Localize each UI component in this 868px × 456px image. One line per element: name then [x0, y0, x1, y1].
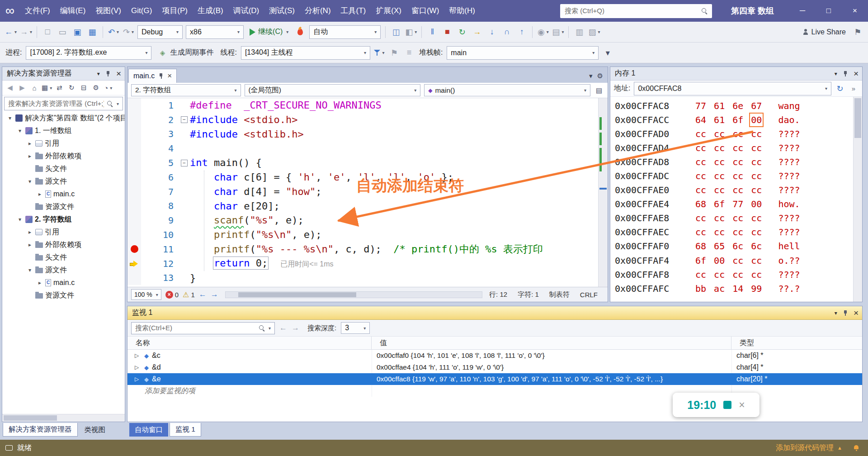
tree-expander-icon[interactable]: ▾ — [7, 115, 13, 121]
menu-item-7[interactable]: 测试(S) — [264, 0, 300, 22]
split-window-icon[interactable]: ▤ — [594, 85, 604, 96]
memory-row[interactable]: 0x00CFFAD4cccccccc???? — [610, 141, 862, 155]
fold-collapse-icon[interactable]: − — [181, 116, 188, 123]
search-depth-combobox[interactable]: 3▾ — [341, 322, 370, 334]
memory-address-combobox[interactable]: 0x00CFFAC8▾ — [634, 82, 831, 95]
home-icon[interactable]: ⌂ — [29, 82, 39, 94]
close-icon[interactable]: × — [854, 69, 859, 78]
scrollbar-thumb[interactable] — [4, 415, 57, 421]
menu-item-11[interactable]: 窗口(W) — [406, 0, 444, 22]
tree-expander-icon[interactable]: ▸ — [27, 140, 33, 147]
sync-active-document-icon[interactable]: ⇄ — [54, 82, 64, 94]
flag-threads-icon[interactable]: ⚑ — [388, 46, 400, 60]
window-layout-icon[interactable]: ◧▾ — [405, 25, 417, 39]
step-over-icon[interactable]: ∩ — [501, 25, 513, 39]
breakpoint-margin[interactable] — [127, 271, 141, 285]
nav-forward-icon[interactable]: →▾ — [20, 25, 32, 39]
more-tools-icon[interactable]: ▨▾ — [588, 25, 600, 39]
breakpoint-margin[interactable] — [127, 213, 141, 228]
search-prev-icon[interactable]: ← — [279, 323, 287, 332]
memory-row[interactable]: 0x00CFFAD0cccccccc???? — [610, 127, 862, 141]
live-share-button[interactable]: Live Share — [800, 25, 849, 39]
pin-icon[interactable] — [843, 71, 848, 77]
gear-icon[interactable]: ⚙ — [597, 72, 603, 80]
tree-item-cfile[interactable]: ▸main.c — [2, 276, 125, 289]
watch-column-header[interactable]: 值 — [372, 337, 731, 349]
close-button[interactable]: × — [842, 0, 868, 22]
lifecycle-events-button[interactable]: ◈生成周期事件 — [155, 46, 216, 60]
breakpoint-margin[interactable] — [127, 156, 141, 170]
tree-item-folder[interactable]: ▸外部依赖项 — [2, 238, 125, 251]
fold-collapse-icon[interactable]: − — [181, 160, 188, 166]
debug-target-combobox[interactable]: 自动▾ — [309, 25, 381, 39]
code-line-11[interactable]: 11 printf("%s --- %s\n", c, d); /* print… — [127, 242, 608, 256]
horizontal-scrollbar[interactable] — [2, 414, 125, 422]
menu-item-4[interactable]: 项目(P) — [157, 0, 193, 22]
undo-icon[interactable]: ↶▾ — [108, 25, 119, 39]
tree-item-folder[interactable]: ▾源文件 — [2, 264, 125, 276]
pin-icon[interactable] — [843, 310, 848, 316]
watch-expander-icon[interactable]: ▷ — [135, 352, 141, 359]
watch-search-box[interactable]: 搜索(Ctrl+E) ▾ — [131, 322, 275, 334]
menu-item-3[interactable]: Git(G) — [126, 0, 157, 22]
stop-recording-button[interactable] — [723, 401, 731, 409]
solution-explorer-header[interactable]: 解决方案资源管理器 ▾ × — [2, 67, 125, 81]
memory-row[interactable]: 0x00CFFAECcccccccc???? — [610, 225, 862, 239]
filter-icon[interactable]: ▾ — [373, 46, 385, 60]
memory-row[interactable]: 0x00CFFAE4686f7700how. — [610, 197, 862, 211]
menu-item-10[interactable]: 扩展(X) — [371, 0, 406, 22]
memory-row[interactable]: 0x00CFFADCcccccccc???? — [610, 169, 862, 183]
restart-icon[interactable]: ↻ — [456, 25, 468, 39]
more-options-icon[interactable]: » — [849, 83, 859, 95]
menu-item-8[interactable]: 分析(N) — [300, 0, 336, 22]
watch-row[interactable]: ▷◆&d0x00cffae4 {104 'h', 111 'o', 119 'w… — [127, 361, 862, 373]
project-dropdown[interactable]: 2. 字符数组▾ — [131, 84, 241, 96]
close-overlay-icon[interactable]: × — [739, 399, 745, 411]
code-line-8[interactable]: 8 char e[20]; — [127, 199, 608, 214]
thread-combobox[interactable]: [13404] 主线程▾ — [241, 46, 370, 60]
feedback-icon[interactable]: ⚑ — [852, 25, 863, 39]
minimize-button[interactable]: ─ — [789, 0, 816, 22]
solution-search-box[interactable]: 搜索解决方案资源管理器 (Ctrl+;) ▾ — [4, 97, 123, 110]
memory-row[interactable]: 0x00CFFAF068656c6chell — [610, 239, 862, 253]
tree-expander-icon[interactable]: ▸ — [37, 280, 43, 286]
tree-expander-icon[interactable]: ▾ — [27, 178, 33, 185]
open-file-icon[interactable]: ▭ — [57, 25, 68, 39]
breakpoint-margin[interactable] — [127, 98, 141, 113]
watch-row[interactable]: ▷◆&c0x00cffaf0 {104 'h', 101 'e', 108 'l… — [127, 350, 862, 361]
tree-item-folder[interactable]: ▾源文件 — [2, 175, 125, 188]
diagnostics-icon[interactable]: ◉▾ — [537, 25, 549, 39]
code-line-1[interactable]: 1#define _CRT_SECURE_NO_WARNINGS — [127, 98, 608, 113]
tree-item-project[interactable]: ▾1. 一维数组 — [2, 124, 125, 137]
watch-column-header[interactable]: 名称 — [127, 337, 372, 349]
stop-debugging-icon[interactable]: ■ — [441, 25, 453, 39]
tree-expander-icon[interactable]: ▸ — [27, 153, 33, 159]
memory-scrollbar[interactable] — [853, 97, 862, 302]
memory-row[interactable]: 0x00CFFAE8cccccccc???? — [610, 211, 862, 225]
bottom-tab[interactable]: 解决方案资源管理器 — [3, 423, 78, 437]
refresh-icon[interactable]: ↻ — [835, 83, 845, 95]
tree-item-references[interactable]: ▸引用 — [2, 226, 125, 238]
breakpoint-margin[interactable] — [127, 228, 141, 242]
pin-icon[interactable] — [105, 71, 111, 77]
tree-item-references[interactable]: ▸引用 — [2, 137, 125, 150]
document-tab-main-c[interactable]: main.c × — [128, 69, 177, 83]
breakpoint-margin[interactable] — [127, 127, 141, 142]
breakpoint-icon[interactable] — [131, 245, 138, 253]
code-line-9[interactable]: 9 scanf("%s", e); — [127, 213, 608, 228]
close-icon[interactable]: × — [116, 69, 121, 78]
maximize-button[interactable]: □ — [816, 0, 842, 22]
watch-panel-header[interactable]: 监视 1 ▾ × — [127, 306, 862, 320]
navigate-forward-icon[interactable]: → — [211, 290, 218, 299]
window-position-icon[interactable]: ▾ — [835, 310, 837, 316]
code-line-12[interactable]: 12 return 0;已用时间<= 1ms — [127, 256, 608, 271]
watch-expander-icon[interactable]: ▷ — [135, 376, 141, 382]
close-icon[interactable]: × — [167, 71, 172, 81]
editor-horizontal-scrollbar[interactable] — [225, 291, 482, 298]
breakpoint-margin[interactable] — [127, 185, 141, 199]
nav-back-icon[interactable]: ←▾ — [5, 25, 17, 39]
scrollbar-thumb[interactable] — [854, 98, 861, 138]
bottom-tab[interactable]: 监视 1 — [170, 423, 201, 437]
memory-row[interactable]: 0x00CFFAF8cccccccc???? — [610, 267, 862, 281]
breakpoint-margin[interactable] — [127, 242, 141, 256]
